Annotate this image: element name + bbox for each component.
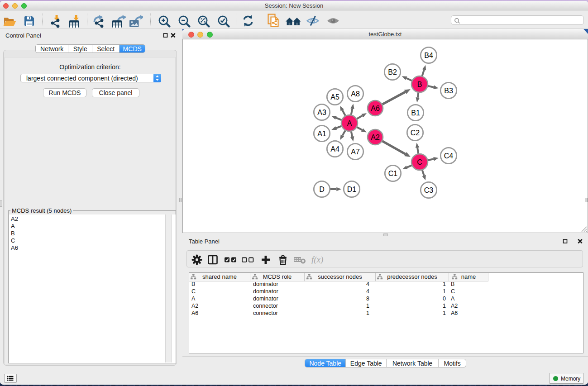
svg-text:B3: B3: [444, 87, 453, 95]
svg-text:C1: C1: [388, 170, 398, 177]
svg-text:B: B: [417, 81, 422, 88]
svg-text:D: D: [319, 186, 325, 193]
svg-text:C4: C4: [444, 152, 454, 160]
svg-text:B1: B1: [411, 109, 420, 117]
svg-text:A1: A1: [317, 130, 326, 138]
svg-text:A4: A4: [330, 145, 339, 153]
svg-text:A8: A8: [351, 90, 360, 98]
svg-text:A: A: [347, 119, 352, 127]
svg-text:A5: A5: [330, 93, 339, 101]
svg-text:B2: B2: [388, 68, 397, 76]
svg-text:B4: B4: [424, 52, 433, 59]
svg-text:C: C: [417, 158, 422, 166]
svg-text:A3: A3: [317, 109, 326, 116]
svg-text:C3: C3: [424, 186, 434, 194]
svg-text:A7: A7: [351, 148, 360, 156]
svg-text:A6: A6: [371, 105, 380, 112]
svg-text:C2: C2: [411, 129, 420, 137]
svg-text:D1: D1: [347, 186, 357, 193]
svg-text:A2: A2: [371, 133, 380, 141]
